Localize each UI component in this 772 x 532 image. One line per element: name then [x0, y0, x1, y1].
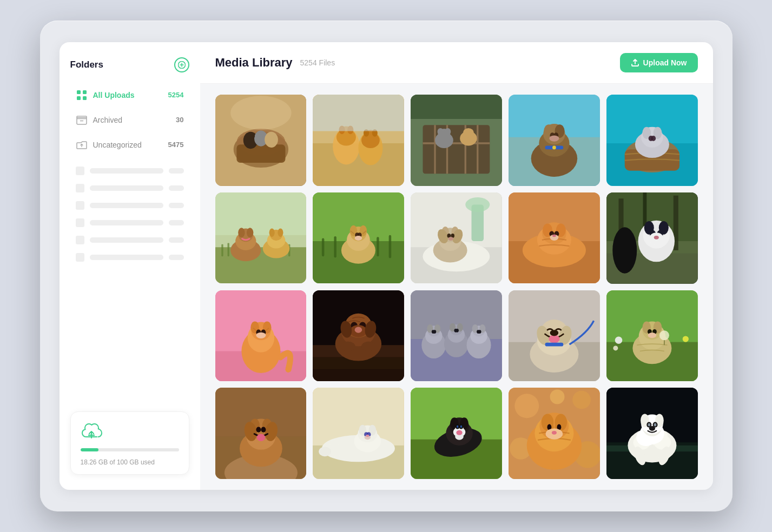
svg-point-286	[652, 422, 657, 428]
svg-point-267	[555, 422, 563, 432]
svg-point-202	[613, 345, 618, 350]
svg-point-172	[444, 330, 469, 357]
sidebar-item-all-uploads-label: All Uploads	[93, 91, 163, 99]
svg-point-171	[434, 324, 440, 333]
svg-point-178	[470, 328, 487, 343]
svg-point-248	[455, 433, 464, 441]
svg-point-154	[335, 327, 382, 361]
photo-item[interactable]	[313, 95, 404, 186]
svg-rect-152	[313, 357, 404, 369]
skeleton-bar	[90, 168, 163, 174]
svg-point-288	[654, 423, 656, 427]
photo-item[interactable]	[313, 290, 404, 382]
sidebar-item-archived[interactable]: Archived 30	[70, 109, 189, 131]
svg-point-148	[261, 329, 266, 335]
photo-item[interactable]	[606, 192, 698, 284]
svg-point-19	[333, 128, 360, 165]
main-header: Media Library 5254 Files Upload Now	[200, 42, 713, 84]
svg-point-229	[354, 430, 381, 453]
svg-rect-125	[606, 192, 698, 254]
storage-card: 18.26 GB of 100 GB used	[70, 411, 189, 475]
skeleton-count	[169, 220, 184, 225]
photo-item[interactable]	[606, 95, 698, 186]
svg-point-285	[646, 422, 651, 428]
photo-item[interactable]	[411, 95, 502, 186]
photo-item[interactable]	[509, 290, 600, 382]
svg-point-247	[453, 427, 466, 437]
svg-point-116	[537, 225, 571, 254]
svg-point-90	[341, 237, 375, 264]
skeleton-folder-icon	[76, 201, 84, 210]
svg-point-56	[549, 135, 559, 141]
svg-point-105	[443, 228, 458, 242]
add-folder-button[interactable]	[174, 57, 189, 72]
photo-item[interactable]	[509, 95, 600, 186]
svg-point-205	[642, 321, 662, 340]
gallery-area[interactable]	[200, 84, 713, 490]
photo-item[interactable]	[606, 290, 698, 382]
svg-point-282	[641, 415, 663, 434]
svg-rect-240	[411, 440, 502, 479]
photo-item[interactable]	[509, 388, 600, 479]
photo-item[interactable]	[606, 388, 698, 479]
skeleton-count	[169, 185, 184, 191]
svg-rect-46	[509, 137, 600, 186]
svg-point-290	[632, 445, 648, 467]
svg-point-238	[319, 447, 332, 456]
svg-point-190	[530, 336, 578, 373]
svg-point-215	[224, 455, 297, 479]
cloud-upload-icon	[81, 422, 179, 443]
svg-rect-124	[606, 192, 698, 284]
photo-item[interactable]	[215, 95, 307, 186]
svg-rect-32	[423, 125, 490, 174]
svg-rect-85	[313, 192, 404, 241]
photo-item[interactable]	[215, 192, 307, 284]
skeleton-row	[70, 164, 189, 177]
svg-point-16	[230, 96, 292, 130]
skeleton-row	[70, 216, 189, 229]
upload-now-button[interactable]: Upload Now	[620, 53, 698, 72]
svg-rect-166	[411, 339, 502, 382]
photo-item[interactable]	[411, 192, 502, 284]
photo-item[interactable]	[215, 290, 307, 382]
svg-point-117	[542, 222, 566, 244]
svg-point-7	[233, 131, 288, 168]
svg-point-43	[463, 128, 474, 138]
svg-point-269	[557, 424, 561, 430]
photo-item[interactable]	[411, 388, 502, 479]
photo-item[interactable]	[313, 388, 404, 479]
svg-rect-197	[545, 342, 563, 346]
svg-point-94	[360, 225, 367, 236]
svg-point-258	[510, 438, 532, 460]
svg-point-187	[478, 330, 481, 334]
skeleton-row	[70, 234, 189, 247]
sidebar-title: Folders	[70, 59, 103, 70]
svg-rect-45	[509, 95, 600, 186]
svg-point-234	[367, 432, 371, 437]
svg-point-97	[355, 236, 362, 241]
svg-point-53	[552, 145, 556, 149]
svg-point-220	[262, 419, 272, 433]
svg-rect-126	[606, 241, 698, 284]
svg-point-204	[638, 323, 665, 350]
svg-point-289	[649, 426, 655, 431]
photo-item[interactable]	[411, 290, 502, 382]
storage-progress-bar-bg	[81, 448, 179, 451]
svg-point-176	[457, 323, 463, 331]
svg-point-157	[361, 341, 376, 351]
photo-item[interactable]	[215, 388, 307, 479]
sidebar-item-all-uploads[interactable]: All Uploads 5254	[70, 84, 189, 106]
photo-item[interactable]	[313, 192, 404, 284]
svg-point-252	[457, 425, 458, 428]
skeleton-bar	[90, 185, 163, 191]
svg-point-143	[247, 323, 274, 352]
svg-rect-113	[509, 192, 600, 284]
photo-item[interactable]	[509, 192, 600, 284]
svg-point-8	[236, 129, 285, 156]
svg-point-27	[364, 129, 369, 137]
svg-point-122	[550, 234, 558, 240]
svg-point-137	[649, 232, 663, 245]
svg-point-179	[473, 325, 485, 336]
sidebar-item-uncategorized[interactable]: Uncategorized 5475	[70, 134, 189, 156]
svg-rect-30	[411, 95, 502, 186]
